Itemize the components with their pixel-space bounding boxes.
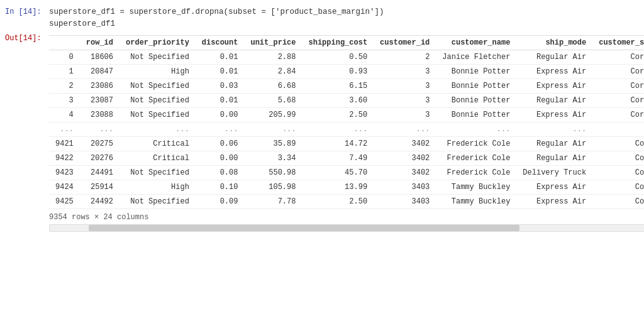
cell-9-6: 3403 bbox=[374, 180, 436, 194]
cell-6-5: 14.72 bbox=[302, 136, 374, 151]
col-header-6: customer_id bbox=[374, 35, 436, 50]
cell-7-3: 0.00 bbox=[196, 151, 245, 165]
cell-9-1: 25914 bbox=[80, 180, 119, 194]
cell-4-2: Not Specified bbox=[119, 107, 196, 122]
table-row: 942120275Critical0.0635.8914.723402Frede… bbox=[49, 136, 644, 151]
notebook-cell: In [14]: superstore_df1 = superstore_df.… bbox=[0, 0, 644, 238]
table-row: 942220276Critical0.003.347.493402Frederi… bbox=[49, 151, 644, 165]
col-header-0 bbox=[49, 35, 80, 50]
table-row: 942524492Not Specified0.097.782.503403Ta… bbox=[49, 194, 644, 209]
cell-6-7: Frederick Cole bbox=[436, 136, 516, 151]
cell-1-4: 2.84 bbox=[244, 64, 302, 79]
cell-0-9: Corporate bbox=[592, 50, 644, 64]
col-header-2: order_priority bbox=[119, 35, 196, 50]
col-header-9: customer_segment bbox=[592, 35, 644, 50]
cell-6-3: 0.06 bbox=[196, 136, 245, 151]
cell-5-6: ... bbox=[374, 122, 436, 136]
cell-1-0: 1 bbox=[49, 64, 80, 79]
in-label: In [14]: bbox=[5, 6, 49, 16]
cell-8-8: Delivery Truck bbox=[516, 165, 592, 180]
col-header-7: customer_name bbox=[436, 35, 516, 50]
cell-10-0: 9425 bbox=[49, 194, 80, 209]
table-row: 223086Not Specified0.036.686.153Bonnie P… bbox=[49, 79, 644, 93]
cell-3-7: Bonnie Potter bbox=[436, 93, 516, 107]
cell-4-7: Bonnie Potter bbox=[436, 107, 516, 122]
cell-2-6: 3 bbox=[374, 79, 436, 93]
cell-4-9: Corporate bbox=[592, 107, 644, 122]
table-row: 942324491Not Specified0.08550.9845.70340… bbox=[49, 165, 644, 180]
code-text-1: superstore_df1 = superstore_df.dropna(su… bbox=[49, 8, 384, 16]
cell-2-4: 6.68 bbox=[244, 79, 302, 93]
cell-5-9: ... bbox=[592, 122, 644, 136]
cell-7-9: Consumer bbox=[592, 151, 644, 165]
cell-2-0: 2 bbox=[49, 79, 80, 93]
cell-1-7: Bonnie Potter bbox=[436, 64, 516, 79]
cell-3-4: 5.68 bbox=[244, 93, 302, 107]
cell-7-0: 9422 bbox=[49, 151, 80, 165]
cell-10-3: 0.09 bbox=[196, 194, 245, 209]
cell-10-4: 7.78 bbox=[244, 194, 302, 209]
scrollbar-thumb[interactable] bbox=[89, 225, 519, 231]
cell-3-8: Regular Air bbox=[516, 93, 592, 107]
cell-5-5: ... bbox=[302, 122, 374, 136]
cell-7-2: Critical bbox=[119, 151, 196, 165]
cell-6-2: Critical bbox=[119, 136, 196, 151]
cell-4-0: 4 bbox=[49, 107, 80, 122]
cell-9-9: Consumer bbox=[592, 180, 644, 194]
cell-5-4: ... bbox=[244, 122, 302, 136]
dataframe-footer: 9354 rows × 24 columns bbox=[49, 213, 644, 222]
cell-3-9: Corporate bbox=[592, 93, 644, 107]
cell-10-9: Consumer bbox=[592, 194, 644, 209]
code-line-1: superstore_df1 = superstore_df.dropna(su… bbox=[49, 6, 639, 18]
cell-8-1: 24491 bbox=[80, 165, 119, 180]
cell-7-4: 3.34 bbox=[244, 151, 302, 165]
cell-8-2: Not Specified bbox=[119, 165, 196, 180]
cell-0-0: 0 bbox=[49, 50, 80, 64]
cell-0-8: Regular Air bbox=[516, 50, 592, 64]
cell-6-6: 3402 bbox=[374, 136, 436, 151]
cell-3-3: 0.01 bbox=[196, 93, 245, 107]
cell-5-7: ... bbox=[436, 122, 516, 136]
cell-10-2: Not Specified bbox=[119, 194, 196, 209]
cell-10-8: Express Air bbox=[516, 194, 592, 209]
cell-4-6: 3 bbox=[374, 107, 436, 122]
cell-7-8: Regular Air bbox=[516, 151, 592, 165]
cell-1-8: Express Air bbox=[516, 64, 592, 79]
cell-8-0: 9423 bbox=[49, 165, 80, 180]
cell-2-7: Bonnie Potter bbox=[436, 79, 516, 93]
col-header-5: shipping_cost bbox=[302, 35, 374, 50]
cell-4-8: Express Air bbox=[516, 107, 592, 122]
cell-10-7: Tammy Buckley bbox=[436, 194, 516, 209]
cell-1-2: High bbox=[119, 64, 196, 79]
col-header-8: ship_mode bbox=[516, 35, 592, 50]
cell-0-1: 18606 bbox=[80, 50, 119, 64]
cell-9-5: 13.99 bbox=[302, 180, 374, 194]
input-cell-row: In [14]: superstore_df1 = superstore_df.… bbox=[0, 5, 644, 31]
output-cell-row: Out[14]: row_idorder_prioritydiscountuni… bbox=[0, 31, 644, 233]
cell-9-2: High bbox=[119, 180, 196, 194]
cell-0-3: 0.01 bbox=[196, 50, 245, 64]
dataframe-container[interactable]: row_idorder_prioritydiscountunit_pricesh… bbox=[49, 35, 644, 232]
col-header-3: discount bbox=[196, 35, 245, 50]
cell-2-9: Corporate bbox=[592, 79, 644, 93]
table-row: 323087Not Specified0.015.683.603Bonnie P… bbox=[49, 93, 644, 107]
cell-6-9: Consumer bbox=[592, 136, 644, 151]
cell-0-5: 0.50 bbox=[302, 50, 374, 64]
cell-9-4: 105.98 bbox=[244, 180, 302, 194]
cell-0-4: 2.88 bbox=[244, 50, 302, 64]
cell-3-2: Not Specified bbox=[119, 93, 196, 107]
horizontal-scrollbar[interactable] bbox=[49, 224, 644, 232]
cell-4-3: 0.00 bbox=[196, 107, 245, 122]
cell-7-7: Frederick Cole bbox=[436, 151, 516, 165]
table-row: 120847High0.012.840.933Bonnie PotterExpr… bbox=[49, 64, 644, 79]
cell-1-6: 3 bbox=[374, 64, 436, 79]
output-content: row_idorder_prioritydiscountunit_pricesh… bbox=[49, 33, 644, 232]
dataframe-table: row_idorder_prioritydiscountunit_pricesh… bbox=[49, 35, 644, 209]
cell-6-0: 9421 bbox=[49, 136, 80, 151]
cell-1-9: Corporate bbox=[592, 64, 644, 79]
cell-3-5: 3.60 bbox=[302, 93, 374, 107]
cell-4-4: 205.99 bbox=[244, 107, 302, 122]
cell-9-3: 0.10 bbox=[196, 180, 245, 194]
table-row: ....................................... bbox=[49, 122, 644, 136]
code-text-2: superstore_df1 bbox=[49, 19, 115, 28]
